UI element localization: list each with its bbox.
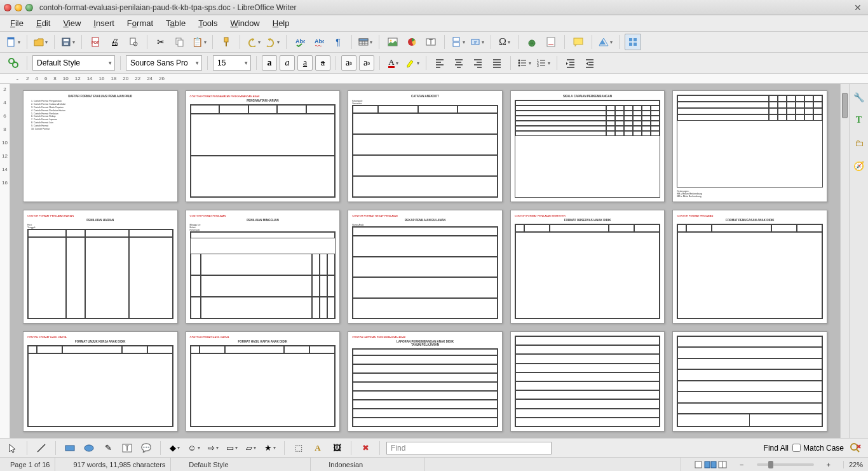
open-button[interactable] — [32, 34, 49, 50]
cut-button[interactable]: ✂ — [153, 34, 169, 50]
from-file-tool[interactable]: 🖼 — [329, 440, 344, 456]
window-minimize-dot[interactable] — [15, 4, 22, 11]
flowchart-tool[interactable]: ▭ — [224, 440, 240, 456]
insert-table-button[interactable] — [357, 34, 374, 50]
arrow-shapes-tool[interactable]: ⇨ — [205, 440, 220, 456]
rect-tool[interactable] — [62, 440, 78, 456]
extrusion-tool[interactable]: ✖ — [358, 440, 373, 456]
page-thumb[interactable] — [510, 331, 665, 432]
menu-table[interactable]: Table — [159, 17, 192, 30]
freeform-tool[interactable]: ✎ — [100, 440, 116, 456]
zoom-out[interactable]: − — [740, 461, 743, 468]
callout-shapes-tool[interactable]: ▱ — [243, 440, 259, 456]
sidebar-properties-icon[interactable]: 🔧 — [852, 90, 866, 104]
font-name-combo[interactable]: Source Sans Pro — [126, 55, 202, 71]
increase-indent-button[interactable] — [562, 55, 579, 71]
menu-format[interactable]: Format — [121, 17, 159, 30]
zoom-in[interactable]: + — [827, 461, 831, 468]
decrease-indent-button[interactable] — [581, 55, 598, 71]
special-character-button[interactable]: Ω — [496, 34, 513, 50]
redo-button[interactable] — [264, 34, 281, 50]
line-tool[interactable] — [34, 440, 49, 456]
symbol-shapes-tool[interactable]: ☺ — [186, 440, 201, 456]
menu-edit[interactable]: Edit — [30, 17, 57, 30]
find-all-button[interactable]: Find All — [764, 444, 789, 453]
fontwork-tool[interactable]: A — [310, 440, 325, 456]
insert-footnote-button[interactable] — [543, 34, 559, 50]
sidebar-navigator-icon[interactable]: 🧭 — [852, 159, 866, 173]
ellipse-tool[interactable] — [81, 440, 97, 456]
italic-button[interactable]: a — [280, 55, 295, 71]
page-thumb[interactable]: CONTOH FORMAT REKAP PENILAIAN REKAP PENI… — [348, 210, 503, 324]
underline-button[interactable]: a — [297, 55, 313, 71]
hyperlink-button[interactable] — [524, 34, 540, 50]
find-input[interactable]: Find — [386, 442, 552, 454]
formatting-marks-button[interactable]: ¶ — [330, 34, 346, 50]
view-layout-icons[interactable] — [694, 460, 727, 469]
new-document-button[interactable] — [5, 34, 22, 50]
grid-view-button[interactable] — [625, 34, 641, 50]
zoom-slider[interactable] — [757, 463, 814, 466]
page-thumb[interactable]: CONTOH FORMAT HASIL KARYA FORMAT HASIL K… — [186, 331, 341, 432]
textbox-tool[interactable]: T — [119, 440, 135, 456]
window-maximize-dot[interactable] — [25, 4, 33, 11]
export-pdf-button[interactable]: PDF — [87, 34, 104, 50]
page-thumb[interactable]: CONTOH FORMAT PENILAIAN HARIAN PENILAIAN… — [23, 210, 178, 324]
menu-insert[interactable]: Insert — [87, 17, 121, 30]
window-close-dot[interactable] — [4, 4, 11, 11]
page-thumb[interactable]: DAFTAR FORMAT EVALUASI PENILAIAN PAUD 1.… — [23, 90, 178, 202]
basic-shapes-button[interactable] — [597, 34, 614, 50]
page-thumb[interactable]: CATATAN ANEKDOT Kelompok:Semester: — [348, 90, 503, 202]
superscript-button[interactable]: ab — [341, 55, 356, 71]
print-preview-button[interactable] — [125, 34, 142, 50]
save-button[interactable] — [60, 34, 76, 50]
undo-button[interactable] — [245, 34, 262, 50]
status-wordcount[interactable]: 917 words, 11,985 characters — [68, 458, 171, 471]
find-replace-button[interactable] — [5, 55, 22, 71]
paste-button[interactable]: 📋 — [191, 34, 207, 50]
page-thumb[interactable]: CONTOH FORMAT PENILAIAN PENILAIAN MINGGU… — [186, 210, 341, 324]
insert-pagebreak-button[interactable] — [450, 34, 466, 50]
vertical-scrollbar[interactable] — [840, 84, 849, 438]
print-button[interactable]: 🖨 — [106, 34, 123, 50]
subscript-button[interactable]: ab — [359, 55, 374, 71]
select-tool[interactable] — [5, 440, 20, 456]
insert-comment-button[interactable] — [570, 34, 587, 50]
insert-field-button[interactable]: # — [469, 34, 485, 50]
status-page[interactable]: Page 1 of 16 — [5, 458, 55, 471]
align-center-button[interactable] — [451, 55, 467, 71]
page-thumb[interactable] — [672, 331, 827, 432]
page-thumb[interactable]: CONTOH FORMAT HASIL KARYA FORMAT UNJUK K… — [23, 331, 178, 432]
zoom-percent[interactable]: 22% — [843, 461, 863, 468]
align-justify-button[interactable] — [489, 55, 505, 71]
document-close-button[interactable]: ✕ — [851, 3, 864, 13]
autospellcheck-button[interactable]: Abc — [311, 34, 327, 50]
menu-help[interactable]: Help — [266, 17, 296, 30]
menu-file[interactable]: File — [4, 17, 30, 30]
sidebar-gallery-icon[interactable]: 🗀 — [852, 136, 866, 150]
status-style[interactable]: Default Style — [184, 458, 311, 471]
page-thumb[interactable]: Keterangan:BB = Belum BerkembangMB = Mul… — [672, 90, 827, 202]
numbered-list-button[interactable]: 123 — [535, 55, 552, 71]
align-right-button[interactable] — [470, 55, 486, 71]
page-thumb[interactable]: CONTOH FORMAT PENILAIAN SEMESTER FORMAT … — [510, 210, 665, 324]
find-close-button[interactable] — [848, 440, 863, 456]
page-thumb[interactable]: CONTOH LAPORAN PERKEMBANGAN ANAK LAPORAN… — [348, 331, 503, 432]
font-color-button[interactable]: A — [385, 55, 402, 71]
align-left-button[interactable] — [431, 55, 448, 71]
page-thumb[interactable]: SKALA CAPAIAN PERKEMBANGAN — [510, 90, 665, 202]
page-thumb[interactable]: CONTOH FORMAT PENGAMATAN PERKEMBANGAN AN… — [186, 90, 341, 202]
insert-chart-button[interactable] — [403, 34, 420, 50]
spellcheck-button[interactable]: Abc — [292, 34, 308, 50]
highlight-button[interactable] — [404, 55, 421, 71]
points-tool[interactable]: ⬚ — [291, 440, 306, 456]
vertical-ruler[interactable]: 246810121416 — [0, 84, 10, 438]
font-size-combo[interactable]: 15 — [213, 55, 251, 71]
insert-textbox-button[interactable]: T — [423, 34, 439, 50]
match-case-checkbox[interactable] — [792, 444, 801, 452]
horizontal-ruler[interactable]: ⌄2468101214161820222426 — [0, 74, 868, 84]
bullet-list-button[interactable] — [516, 55, 532, 71]
paragraph-style-combo[interactable]: Default Style — [32, 55, 115, 71]
menu-view[interactable]: View — [57, 17, 87, 30]
sidebar-styles-icon[interactable]: T — [852, 113, 866, 127]
